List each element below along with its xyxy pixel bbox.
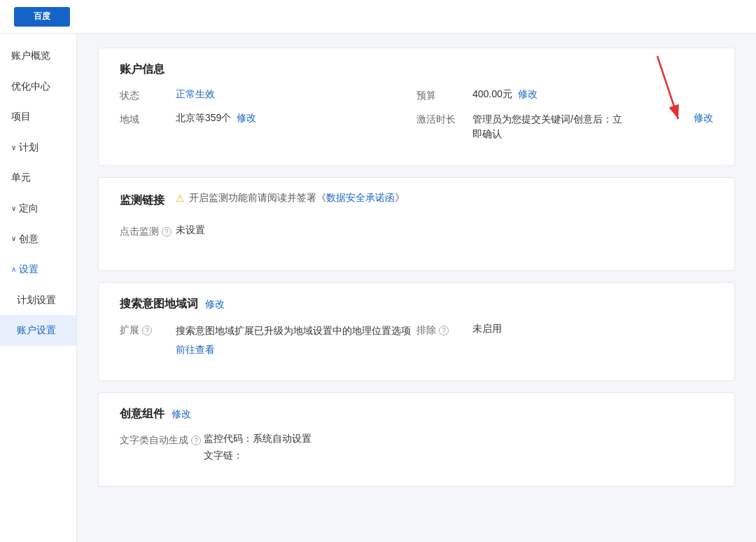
exclude-value: 未启用 — [472, 323, 713, 335]
click-monitor-help-icon[interactable]: ? — [162, 227, 172, 237]
auto-gen-value-area: 监控代码：系统自动设置 文字链： — [204, 433, 713, 462]
region-activation-row: 地域 北京等359个 修改 激活时长 管理员为您提交关键词/创意后：立即确认 修… — [120, 112, 713, 141]
activation-note: 管理员为您提交关键词/创意后：立即确认 — [472, 112, 626, 141]
region-modify-link[interactable]: 修改 — [237, 112, 256, 125]
account-info-title: 账户信息 — [120, 62, 713, 77]
chevron-icon: ∨ — [11, 204, 16, 214]
sidebar-item-settings[interactable]: ∧ 设置 — [0, 254, 76, 285]
sidebar-item-label: 项目 — [11, 110, 31, 124]
budget-label: 预算 — [416, 88, 472, 102]
sidebar-item-label: 创意 — [19, 232, 38, 246]
search-intent-header: 搜索意图地域词 修改 — [120, 297, 713, 312]
search-intent-modify-link[interactable]: 修改 — [205, 298, 225, 311]
sidebar-item-project[interactable]: 项目 — [0, 102, 76, 132]
sidebar-item-label: 优化中心 — [11, 80, 50, 94]
region-value-row: 北京等359个 修改 — [176, 112, 416, 125]
creative-group-title: 创意组件 — [120, 407, 164, 422]
monitor-notice-link[interactable]: 数据安全承诺函 — [326, 192, 395, 204]
region-value: 北京等359个 — [176, 112, 231, 125]
status-label: 状态 — [120, 88, 176, 102]
monitor-notice-prefix: 开启监测功能前请阅读并签署《 — [189, 192, 326, 204]
budget-value-row: 400.00元 修改 — [472, 88, 713, 101]
monitor-section-title: 监测链接 — [120, 192, 176, 208]
region-col: 地域 北京等359个 修改 — [120, 112, 416, 126]
sidebar-item-account-settings[interactable]: 账户设置 — [0, 315, 76, 346]
sidebar: 账户概览 优化中心 项目 ∨ 计划 单元 ∨ 定向 ∨ 创意 ∧ 设置 计划设置 — [0, 34, 77, 542]
activation-label: 激活时长 — [416, 112, 472, 126]
sidebar-item-label: 账户概览 — [11, 49, 50, 63]
sidebar-item-plan-settings[interactable]: 计划设置 — [0, 285, 76, 316]
creative-group-card: 创意组件 修改 文字类自动生成 ? 监控代码：系统自动设置 文字链： — [98, 392, 735, 487]
monitor-notice-suffix: 》 — [395, 192, 405, 204]
expand-goto-link[interactable]: 前往查看 — [176, 344, 215, 356]
expand-note: 搜索意图地域扩展已升级为地域设置中的地理位置选项 前往查看 — [176, 323, 416, 356]
sidebar-item-label: 定向 — [19, 202, 38, 216]
activation-col: 激活时长 管理员为您提交关键词/创意后：立即确认 修改 — [416, 112, 713, 141]
creative-group-modify-link[interactable]: 修改 — [172, 408, 191, 421]
expand-label: 扩展 ? — [120, 323, 176, 337]
status-active-text: 正常生效 — [176, 88, 215, 101]
status-value: 正常生效 — [176, 88, 416, 101]
monitor-code-text: 监控代码：系统自动设置 — [204, 433, 312, 445]
creative-group-header: 创意组件 修改 — [120, 407, 713, 422]
click-monitor-label: 点击监测 ? — [120, 224, 176, 238]
activation-value-area: 管理员为您提交关键词/创意后：立即确认 修改 — [472, 112, 713, 141]
activation-modify-link[interactable]: 修改 — [694, 112, 713, 125]
exclude-col: 排除 ? 未启用 — [416, 323, 713, 337]
text-link-text: 文字链： — [204, 450, 243, 462]
search-intent-title: 搜索意图地域词 — [120, 297, 198, 312]
account-info-card: 账户信息 状态 正常生效 预算 400.00元 修改 — [98, 48, 735, 166]
chevron-icon: ∨ — [11, 234, 16, 244]
sidebar-item-label: 账户设置 — [17, 324, 56, 338]
search-intent-row: 扩展 ? 搜索意图地域扩展已升级为地域设置中的地理位置选项 前往查看 排除 ? … — [120, 323, 713, 356]
budget-amount: 400.00元 — [472, 88, 512, 101]
budget-modify-link[interactable]: 修改 — [518, 88, 538, 101]
expand-help-icon[interactable]: ? — [142, 326, 152, 335]
logo: 百度 — [14, 7, 70, 27]
expand-col: 扩展 ? 搜索意图地域扩展已升级为地域设置中的地理位置选项 前往查看 — [120, 323, 416, 356]
sidebar-item-optimize-center[interactable]: 优化中心 — [0, 71, 76, 102]
sidebar-item-label: 单元 — [11, 171, 31, 185]
exclude-help-icon[interactable]: ? — [439, 326, 449, 335]
budget-col: 预算 400.00元 修改 — [416, 88, 713, 102]
monitor-notice: ⚠ 开启监测功能前请阅读并签署《 数据安全承诺函 》 — [176, 192, 405, 204]
exclude-label: 排除 ? — [416, 323, 472, 337]
auto-gen-label: 文字类自动生成 ? — [120, 433, 204, 447]
status-col: 状态 正常生效 — [120, 88, 416, 102]
sidebar-item-label: 计划 — [19, 141, 38, 155]
auto-gen-row: 文字类自动生成 ? 监控代码：系统自动设置 文字链： — [120, 433, 713, 462]
sidebar-item-targeting[interactable]: ∨ 定向 — [0, 193, 76, 224]
sidebar-item-account-overview[interactable]: 账户概览 — [0, 41, 76, 71]
sidebar-item-label: 设置 — [19, 263, 38, 277]
content-area: 账户信息 状态 正常生效 预算 400.00元 修改 — [77, 34, 756, 542]
sidebar-item-plan[interactable]: ∨ 计划 — [0, 132, 76, 163]
auto-gen-help-icon[interactable]: ? — [191, 436, 201, 445]
warning-icon: ⚠ — [176, 193, 185, 204]
monitor-title-row: 监测链接 ⚠ 开启监测功能前请阅读并签署《 数据安全承诺函 》 — [120, 192, 713, 214]
chevron-icon: ∨ — [11, 143, 16, 153]
search-intent-card: 搜索意图地域词 修改 扩展 ? 搜索意图地域扩展已升级为地域设置中的地理位置选项… — [98, 282, 735, 381]
status-budget-row: 状态 正常生效 预算 400.00元 修改 — [120, 88, 713, 102]
chevron-icon: ∧ — [11, 265, 16, 275]
main-layout: 账户概览 优化中心 项目 ∨ 计划 单元 ∨ 定向 ∨ 创意 ∧ 设置 计划设置 — [0, 34, 756, 542]
top-bar: 百度 — [0, 0, 756, 34]
sidebar-item-creative[interactable]: ∨ 创意 — [0, 224, 76, 255]
click-monitor-row: 点击监测 ? 未设置 — [120, 224, 713, 246]
region-label: 地域 — [120, 112, 176, 126]
monitor-card: 监测链接 ⚠ 开启监测功能前请阅读并签署《 数据安全承诺函 》 点击监测 ? 未… — [98, 177, 735, 271]
sidebar-item-label: 计划设置 — [17, 293, 56, 307]
click-monitor-value: 未设置 — [176, 224, 713, 237]
sidebar-item-unit[interactable]: 单元 — [0, 162, 76, 193]
